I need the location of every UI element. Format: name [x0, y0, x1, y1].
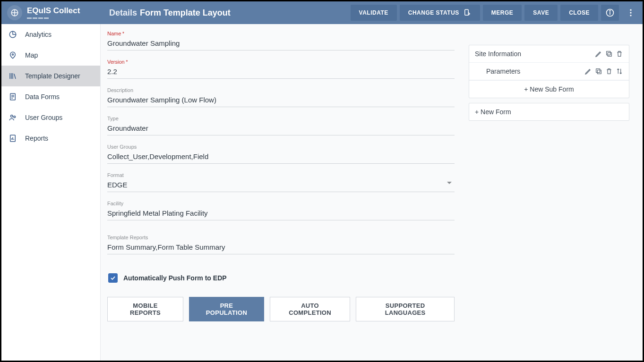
svg-rect-23: [596, 69, 600, 73]
pencil-icon: [595, 50, 602, 58]
change-status-label: Change Status: [408, 9, 459, 16]
kebab-icon: [626, 8, 635, 17]
sidebar-item-label: Map: [25, 51, 38, 59]
tree-node-label: Parameters: [475, 67, 520, 75]
close-button[interactable]: Close: [560, 5, 598, 21]
users-icon: [8, 113, 17, 122]
page-section-title: Details: [109, 8, 137, 18]
form-column: Name Version Description Type User Group…: [107, 31, 455, 351]
tab-mobile-reports[interactable]: Mobile Reports: [107, 297, 183, 321]
version-input[interactable]: [107, 66, 455, 79]
copy-button[interactable]: [605, 50, 613, 58]
pencil-icon: [584, 67, 592, 75]
info-button[interactable]: [601, 5, 619, 21]
sidebar-item-user-groups[interactable]: User Groups: [1, 107, 100, 128]
svg-point-4: [610, 10, 610, 11]
sidebar-item-map[interactable]: Map: [1, 45, 100, 66]
svg-rect-21: [607, 51, 610, 55]
form-tree-panel: Site Information Parameters: [469, 45, 629, 98]
autopush-checkbox[interactable]: [108, 273, 118, 283]
form-tree-column: Site Information Parameters: [469, 31, 629, 351]
autopush-label: Automatically Push Form to EDP: [123, 274, 227, 282]
sidebar-item-label: Template Designer: [25, 72, 80, 80]
tab-supported-languages[interactable]: Supported Languages: [356, 297, 455, 321]
app-subtitle: ▬▬▬▬: [27, 15, 80, 20]
svg-rect-1: [465, 9, 469, 15]
form-icon: [8, 92, 17, 101]
format-select[interactable]: [107, 179, 455, 192]
report-icon: [8, 134, 17, 143]
svg-rect-20: [608, 52, 611, 56]
copy-icon: [595, 67, 602, 75]
edit-button[interactable]: [595, 50, 602, 58]
copy-button[interactable]: [595, 67, 602, 75]
merge-button[interactable]: Merge: [483, 5, 522, 21]
topbar: EQuIS Collect ▬▬▬▬ Details Form Template…: [1, 1, 643, 24]
description-label: Description: [107, 87, 455, 93]
overflow-menu-button[interactable]: [622, 5, 640, 21]
usergroups-input[interactable]: [107, 151, 455, 164]
svg-point-9: [12, 54, 14, 55]
swap-vertical-icon: [616, 67, 623, 75]
format-label: Format: [107, 172, 455, 178]
sidebar-item-data-forms[interactable]: Data Forms: [1, 86, 100, 107]
app-title: EQuIS Collect: [27, 6, 80, 16]
type-label: Type: [107, 116, 455, 121]
svg-point-14: [11, 115, 13, 118]
copy-icon: [605, 50, 613, 58]
check-icon: [110, 275, 116, 281]
delete-button[interactable]: [605, 67, 613, 75]
tree-node-label: Site Information: [475, 50, 521, 58]
sidebar-item-analytics[interactable]: Analytics: [1, 24, 100, 45]
new-sub-form-button[interactable]: + New Sub Form: [469, 80, 629, 98]
name-label: Name: [107, 31, 455, 36]
svg-rect-22: [597, 70, 601, 74]
tab-pre-population[interactable]: Pre Population: [189, 297, 264, 321]
facility-input[interactable]: [107, 207, 455, 220]
tree-node-parameters[interactable]: Parameters: [469, 63, 629, 80]
description-input[interactable]: [107, 94, 455, 107]
sidebar-item-label: User Groups: [25, 114, 62, 121]
template-reports-label: Template Reports: [107, 235, 455, 240]
new-form-button[interactable]: + New Form: [469, 103, 629, 121]
usergroups-label: User Groups: [107, 144, 455, 150]
sidebar-item-label: Data Forms: [25, 93, 60, 101]
sidebar-item-label: Reports: [25, 135, 48, 142]
type-input[interactable]: [107, 122, 455, 135]
sidebar-item-template-designer[interactable]: Template Designer: [1, 66, 100, 86]
version-label: Version: [107, 59, 455, 65]
tree-node-site-information[interactable]: Site Information: [469, 45, 629, 63]
svg-point-6: [630, 12, 631, 13]
map-icon: [8, 51, 17, 60]
svg-point-15: [14, 116, 16, 118]
name-input[interactable]: [107, 37, 455, 51]
trash-icon: [605, 67, 613, 75]
trash-icon: [616, 50, 623, 58]
info-icon: [605, 8, 615, 17]
books-icon: [8, 71, 17, 81]
template-reports-input[interactable]: [107, 241, 455, 254]
sidebar-item-reports[interactable]: Reports: [1, 128, 100, 149]
svg-point-5: [630, 9, 631, 11]
validate-button[interactable]: Validate: [351, 5, 397, 21]
save-button[interactable]: Save: [524, 5, 558, 21]
facility-label: Facility: [107, 201, 455, 206]
delete-button[interactable]: [616, 50, 623, 58]
svg-point-7: [630, 15, 631, 16]
app-logo-icon: [7, 5, 22, 20]
main-content: Name Version Description Type User Group…: [101, 24, 643, 361]
tab-auto-completion[interactable]: Auto Completion: [270, 297, 350, 321]
edit-button[interactable]: [584, 67, 592, 75]
reorder-button[interactable]: [616, 67, 623, 75]
change-status-button[interactable]: Change Status: [400, 5, 480, 21]
sidebar-item-label: Analytics: [25, 31, 52, 38]
touch-icon: [463, 8, 472, 17]
page-title: Form Template Layout: [140, 8, 231, 18]
logo-area: EQuIS Collect ▬▬▬▬: [1, 5, 101, 20]
analytics-icon: [8, 30, 17, 39]
sidebar: Analytics Map Template Designer Data For…: [1, 24, 101, 361]
